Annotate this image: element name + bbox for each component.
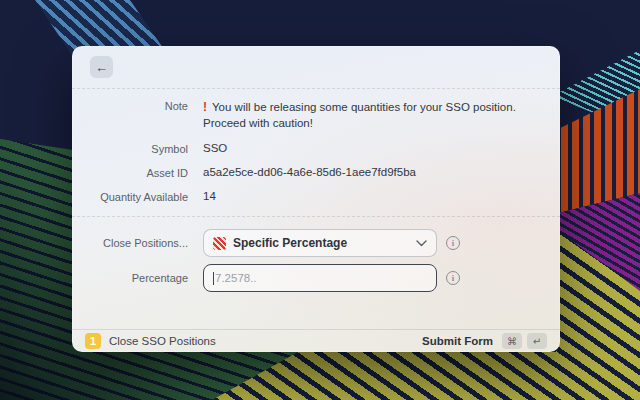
percentage-field-frame bbox=[203, 264, 437, 292]
raycast-form-window: ← Note !You will be releasing some quant… bbox=[72, 46, 560, 352]
window-header: ← bbox=[72, 46, 560, 89]
percentage-icon bbox=[213, 237, 226, 250]
desktop: ← Note !You will be releasing some quant… bbox=[0, 0, 640, 400]
note-text: You will be releasing some quantities fo… bbox=[203, 101, 516, 129]
back-button[interactable]: ← bbox=[90, 56, 113, 78]
dropdown-selected-value: Specific Percentage bbox=[233, 236, 347, 250]
form-content: Note !You will be releasing some quantit… bbox=[72, 89, 560, 329]
back-arrow-icon: ← bbox=[95, 60, 108, 75]
extension-icon: 1 bbox=[85, 333, 101, 349]
warning-icon: ! bbox=[203, 100, 207, 114]
submit-form-button[interactable]: Submit Form bbox=[422, 335, 493, 347]
note-row: Note !You will be releasing some quantit… bbox=[72, 99, 560, 131]
percentage-row: Percentage i bbox=[72, 264, 560, 292]
percentage-input[interactable] bbox=[215, 265, 427, 291]
command-title: Close SSO Positions bbox=[109, 335, 216, 347]
asset-id-value: a5a2e5ce-dd06-4a6e-85d6-1aee7fd9f5ba bbox=[203, 166, 560, 179]
close-positions-dropdown[interactable]: Specific Percentage bbox=[203, 229, 437, 257]
percentage-label: Percentage bbox=[72, 272, 188, 284]
asset-id-label: Asset ID bbox=[72, 166, 188, 179]
command-key-icon: ⌘ bbox=[502, 333, 522, 349]
info-icon[interactable]: i bbox=[446, 271, 460, 285]
note-label: Note bbox=[72, 99, 188, 131]
note-value: !You will be releasing some quantities f… bbox=[203, 99, 529, 131]
return-key-icon: ↵ bbox=[527, 333, 547, 349]
info-icon[interactable]: i bbox=[446, 236, 460, 250]
text-caret bbox=[213, 272, 214, 285]
symbol-label: Symbol bbox=[72, 142, 188, 155]
window-footer: 1 Close SSO Positions Submit Form ⌘ ↵ bbox=[72, 329, 560, 352]
quantity-label: Quantity Available bbox=[72, 190, 188, 203]
symbol-value: SSO bbox=[203, 142, 560, 155]
close-positions-label: Close Positions... bbox=[72, 237, 188, 249]
close-positions-row: Close Positions... Specific Percentage i bbox=[72, 229, 560, 257]
section-divider: Close Positions... Specific Percentage i bbox=[72, 216, 560, 292]
asset-id-row: Asset ID a5a2e5ce-dd06-4a6e-85d6-1aee7fd… bbox=[72, 166, 560, 179]
quantity-value: 14 bbox=[203, 190, 560, 203]
chevron-down-icon bbox=[416, 240, 427, 247]
symbol-row: Symbol SSO bbox=[72, 142, 560, 155]
quantity-row: Quantity Available 14 bbox=[72, 190, 560, 203]
